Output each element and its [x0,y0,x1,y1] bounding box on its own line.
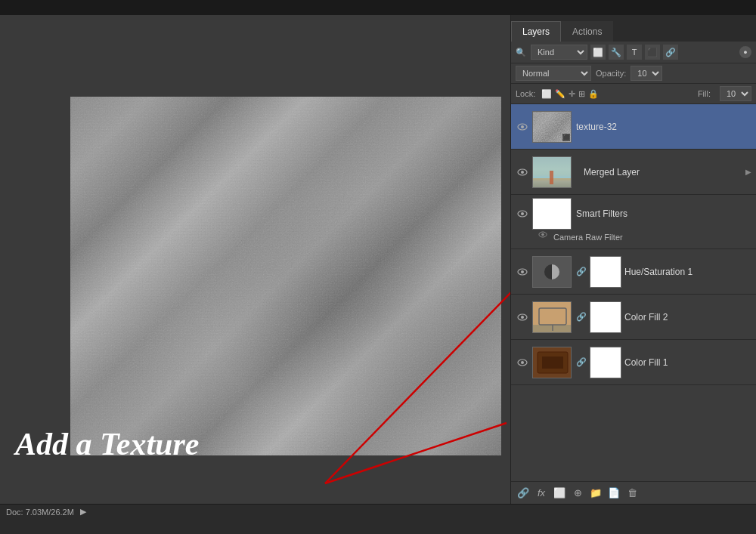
panel-bottom-toolbar: 🔗 fx ⬜ ⊕ 📁 📄 🗑 [511,481,756,504]
mask-thumbnail [590,256,621,288]
eye-icon[interactable] [516,356,529,369]
svg-rect-0 [70,97,501,455]
svg-point-8 [521,171,524,174]
lock-icons: ⬜ ✏️ ✛ ⊞ 🔒 [541,89,599,99]
layer-thumbnail [532,347,572,378]
layer-thumbnail [532,301,572,333]
top-bar [0,0,756,15]
new-layer-btn[interactable]: 📄 [606,486,621,501]
eye-icon[interactable] [516,165,529,179]
blend-mode-dropdown[interactable]: Normal [516,66,591,81]
layer-name: Color Fill 2 [624,312,751,323]
shape-filter-btn[interactable]: ⬛ [645,45,660,60]
layer-item[interactable]: Smart Filters Camera Raw Filter [511,195,756,249]
add-mask-btn[interactable]: ⬜ [552,486,567,501]
lock-position-icon[interactable]: ✛ [569,89,575,99]
bottom-bar: Doc: 7.03M/26.2M ▶ [0,504,756,519]
layers-list: ⬛ texture-32 Mer [511,104,756,481]
eye-icon[interactable] [516,265,529,279]
smart-object-icon: ⬛ [562,134,570,141]
doc-status: Doc: 7.03M/26.2M [6,508,74,517]
delete-layer-btn[interactable]: 🗑 [624,486,640,501]
svg-point-15 [541,233,544,236]
fill-input[interactable]: 100% [720,86,751,101]
adjustment-filter-btn[interactable]: 🔧 [609,45,624,60]
layer-item[interactable]: 🔗 Color Fill 1 [511,340,756,385]
pixel-filter-btn[interactable]: ⬜ [590,45,606,60]
fx-btn[interactable]: fx [534,486,549,501]
layer-name: Smart Filters [576,208,751,219]
layer-thumbnail [532,198,572,230]
layer-name: Hue/Saturation 1 [624,267,751,277]
type-filter-btn[interactable]: T [627,45,642,60]
eye-icon[interactable] [516,207,529,221]
svg-point-17 [521,270,524,273]
layer-thumbnail [532,156,572,188]
camera-raw-label: Camera Raw Filter [553,233,623,242]
svg-rect-11 [550,171,553,184]
tab-actions[interactable]: Actions [561,21,613,42]
toggle-filter-btn[interactable]: ● [739,46,751,58]
svg-point-13 [521,212,524,215]
svg-point-20 [521,316,524,319]
mask-thumbnail [590,301,621,333]
layers-panel: Layers Actions 🔍 Kind ⬜ 🔧 T ⬛ 🔗 ● Normal… [510,15,756,504]
extra-icon: ▶ [745,168,751,176]
svg-point-26 [521,361,524,364]
layer-item[interactable]: 🔗 Color Fill 2 [511,295,756,340]
main-area: Add a Texture Layers Actions 🔍 Kind [0,15,756,504]
arrow-icon[interactable]: ▶ [80,507,86,517]
blend-row: Normal Opacity: 100% [511,63,756,84]
layer-item[interactable]: ⬛ texture-32 [511,104,756,150]
svg-rect-29 [542,357,563,369]
lock-all-icon[interactable]: 🔒 [588,89,599,99]
link-layers-btn[interactable]: 🔗 [516,486,531,501]
layer-name: texture-32 [576,122,751,132]
panel-bottom-icons: 🔗 fx ⬜ ⊕ 📁 📄 🗑 [516,486,640,501]
lock-artboard-icon[interactable]: ⊞ [578,89,585,99]
layer-name: Merged Layer [584,167,745,177]
adjustment-layer-btn[interactable]: ⊕ [570,486,585,501]
svg-point-5 [521,125,524,128]
layer-thumbnail [532,256,572,288]
canvas-area: Add a Texture [0,15,510,504]
eye-icon-small[interactable] [538,231,550,243]
kind-dropdown[interactable]: Kind [531,45,587,60]
opacity-label: Opacity: [596,69,626,78]
fill-label: Fill: [698,89,711,98]
camera-raw-row: Camera Raw Filter [516,231,751,243]
lock-row: Lock: ⬜ ✏️ ✛ ⊞ 🔒 Fill: 100% [511,84,756,104]
panel-tabs: Layers Actions [511,15,756,42]
eye-icon[interactable] [516,310,529,324]
filter-toolbar-row: 🔍 Kind ⬜ 🔧 T ⬛ 🔗 ● [511,42,756,63]
opacity-input[interactable]: 100% [631,66,662,81]
eye-icon[interactable] [516,120,529,134]
link-icon: 🔗 [576,267,587,277]
link-icon: 🔗 [576,357,587,368]
mask-thumbnail [590,347,621,378]
lock-label: Lock: [516,89,535,98]
lock-transparent-icon[interactable]: ⬜ [541,89,552,99]
add-texture-label: Add a Texture [15,426,199,462]
layer-item[interactable]: Merged Layer ▶ [511,150,756,195]
search-icon: 🔍 [516,48,526,57]
canvas-image [70,97,501,455]
layer-main-row: Smart Filters [516,198,751,230]
smart-filter-btn[interactable]: 🔗 [663,45,678,60]
smart-object-icon [575,168,583,175]
layer-name: Color Fill 1 [624,357,751,368]
link-icon: 🔗 [576,312,587,323]
tab-layers[interactable]: Layers [511,21,561,42]
layer-item[interactable]: 🔗 Hue/Saturation 1 [511,249,756,295]
layer-thumbnail: ⬛ [532,111,572,143]
lock-pixels-icon[interactable]: ✏️ [555,89,565,99]
new-group-btn[interactable]: 📁 [588,486,603,501]
